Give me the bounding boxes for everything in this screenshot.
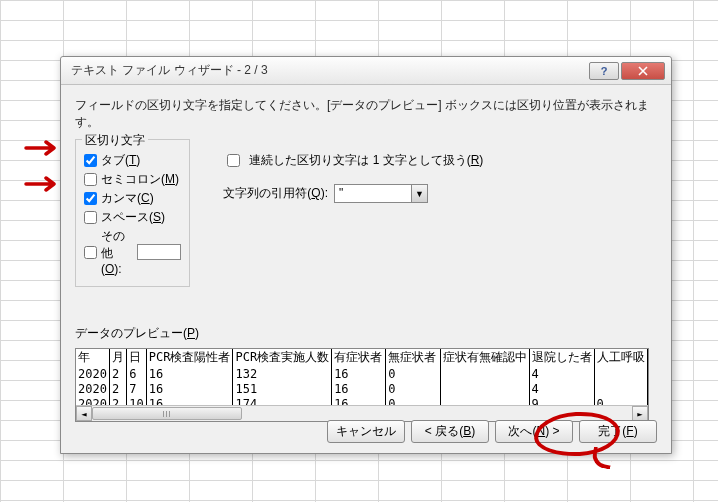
delimiter-tab-checkbox[interactable] (84, 154, 97, 167)
preview-header-cell: PCR検査実施人数 (233, 349, 332, 366)
consecutive-checkbox[interactable] (227, 154, 240, 167)
delimiter-other-checkbox[interactable] (84, 246, 97, 259)
scroll-right-icon[interactable]: ► (632, 406, 648, 421)
options-area: 連続した区切り文字は 1 文字として扱う(R) 文字列の引用符(Q): " ▼ (223, 151, 483, 217)
delimiter-comma[interactable]: カンマ(C) (84, 190, 181, 207)
close-icon (638, 66, 648, 76)
preview-cell: 2020 (76, 381, 109, 396)
scroll-thumb[interactable] (92, 407, 242, 420)
help-button[interactable]: ? (589, 62, 619, 80)
delimiter-tab-label: タブ(T) (101, 152, 140, 169)
preview-scrollbar[interactable]: ◄ ► (76, 405, 648, 421)
back-button[interactable]: < 戻る(B) (411, 420, 489, 443)
consecutive-label: 連続した区切り文字は 1 文字として扱う(R) (249, 152, 483, 169)
delimiter-comma-label: カンマ(C) (101, 190, 154, 207)
qualifier-combo[interactable]: " ▼ (334, 184, 428, 203)
preview-cell: 151 (233, 381, 332, 396)
preview-cell (594, 366, 647, 381)
scroll-track[interactable] (92, 406, 632, 421)
preview-label: データのプレビュー(P) (75, 325, 657, 342)
delimiter-other-input[interactable] (137, 244, 181, 260)
preview-header-cell: 年 (76, 349, 109, 366)
delimiter-semicolon-label: セミコロン(M) (101, 171, 179, 188)
delimiter-space-checkbox[interactable] (84, 211, 97, 224)
preview-cell: 16 (332, 381, 386, 396)
preview-cell: 2 (109, 381, 126, 396)
scroll-left-icon[interactable]: ◄ (76, 406, 92, 421)
delimiter-space[interactable]: スペース(S) (84, 209, 181, 226)
button-row: キャンセル < 戻る(B) 次へ(N) > 完了(F) (327, 420, 657, 443)
table-row: 202027161511604 (76, 381, 648, 396)
preview-cell: 16 (146, 366, 233, 381)
preview-cell: 4 (529, 366, 594, 381)
preview-cell: 132 (233, 366, 332, 381)
preview-cell (440, 381, 529, 396)
delimiter-semicolon-checkbox[interactable] (84, 173, 97, 186)
preview-cell: 4 (529, 381, 594, 396)
delimiters-group: 区切り文字 タブ(T) セミコロン(M) カンマ(C) スペース(S) その他(… (75, 139, 190, 287)
instruction-text: フィールドの区切り文字を指定してください。[データのプレビュー] ボックスには区… (75, 97, 657, 131)
dialog-title: テキスト ファイル ウィザード - 2 / 3 (71, 62, 587, 79)
delimiter-comma-checkbox[interactable] (84, 192, 97, 205)
preview-header-cell: 月 (109, 349, 126, 366)
delimiter-other[interactable]: その他(O): (84, 228, 181, 276)
preview-header-cell: 無症状者 (386, 349, 440, 366)
delimiter-tab[interactable]: タブ(T) (84, 152, 181, 169)
close-button[interactable] (621, 62, 665, 80)
cancel-button[interactable]: キャンセル (327, 420, 405, 443)
qualifier-value: " (335, 185, 411, 202)
preview-cell: 7 (127, 381, 146, 396)
delimiter-semicolon[interactable]: セミコロン(M) (84, 171, 181, 188)
preview-header-cell: 人工呼吸 (594, 349, 647, 366)
preview-header-cell: PCR検査陽性者 (146, 349, 233, 366)
preview-header-cell: 日 (127, 349, 146, 366)
chevron-down-icon[interactable]: ▼ (411, 185, 427, 202)
text-import-wizard-dialog: テキスト ファイル ウィザード - 2 / 3 ? フィールドの区切り文字を指定… (60, 56, 672, 454)
qualifier-label: 文字列の引用符(Q): (223, 185, 328, 202)
delimiter-space-label: スペース(S) (101, 209, 165, 226)
finish-button[interactable]: 完了(F) (579, 420, 657, 443)
preview-cell: 6 (127, 366, 146, 381)
titlebar: テキスト ファイル ウィザード - 2 / 3 ? (61, 57, 671, 85)
preview-header-cell: 有症状者 (332, 349, 386, 366)
preview-cell: 16 (146, 381, 233, 396)
preview-header-cell: 症状有無確認中 (440, 349, 529, 366)
preview-cell (594, 381, 647, 396)
preview-cell: 16 (332, 366, 386, 381)
preview-header-cell: 退院した者 (529, 349, 594, 366)
preview-table: 年月日PCR検査陽性者PCR検査実施人数有症状者無症状者症状有無確認中退院した者… (76, 349, 648, 411)
delimiters-group-label: 区切り文字 (82, 132, 148, 149)
preview-cell: 2 (109, 366, 126, 381)
preview-area: 年月日PCR検査陽性者PCR検査実施人数有症状者無症状者症状有無確認中退院した者… (75, 348, 649, 422)
preview-cell: 0 (386, 366, 440, 381)
preview-cell: 2020 (76, 366, 109, 381)
delimiter-other-label: その他(O): (101, 228, 133, 276)
table-row: 202026161321604 (76, 366, 648, 381)
next-button[interactable]: 次へ(N) > (495, 420, 573, 443)
preview-cell: 0 (386, 381, 440, 396)
preview-cell (440, 366, 529, 381)
